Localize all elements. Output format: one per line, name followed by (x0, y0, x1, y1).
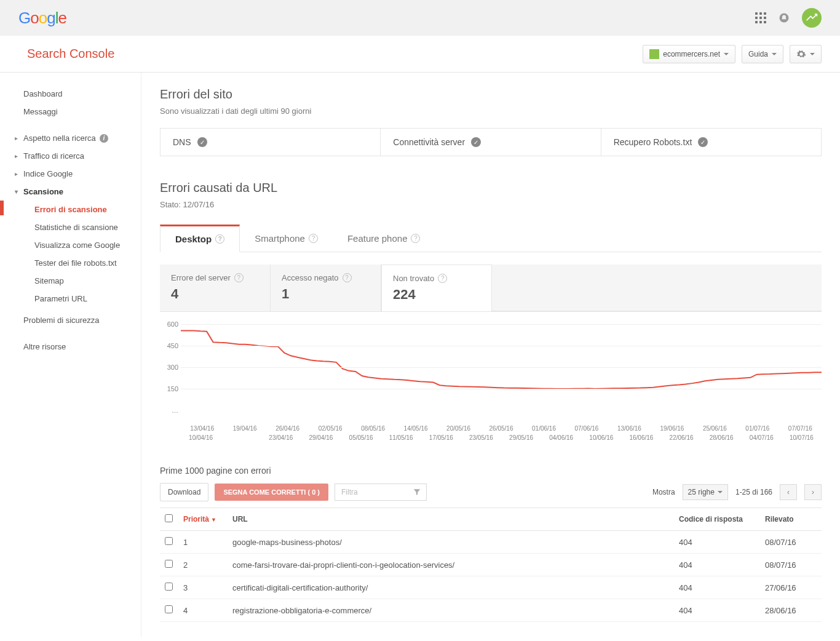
mark-fixed-button[interactable]: SEGNA COME CORRETTI ( 0 ) (215, 484, 328, 501)
sort-caret-icon: ▼ (211, 517, 216, 523)
check-icon: ✓ (698, 137, 708, 147)
sidebar-item-google-index[interactable]: Indice Google (0, 165, 141, 183)
sidebar-item-fetch-as-google[interactable]: Visualizza come Google (0, 236, 141, 254)
check-icon: ✓ (471, 137, 481, 147)
table-row[interactable]: 3certificati-digitali-certification-auth… (160, 576, 822, 599)
site-name: ecommercers.net (663, 50, 720, 58)
sidebar-item-crawl-stats[interactable]: Statistiche di scansione (0, 218, 141, 236)
sidebar-item-url-params[interactable]: Parametri URL (0, 290, 141, 308)
row-checkbox[interactable] (165, 605, 173, 613)
status-card-dns[interactable]: DNS ✓ (160, 129, 381, 156)
bell-icon[interactable] (779, 12, 790, 23)
cell-priority: 2 (178, 554, 228, 576)
col-code[interactable]: Codice di risposta (674, 508, 760, 531)
status-card-connectivity[interactable]: Connettività server ✓ (381, 129, 601, 156)
site-errors-title: Errori del sito (160, 87, 822, 102)
device-tabs: Desktop ? Smartphone ? Feature phone ? (160, 225, 822, 252)
help-icon: ? (343, 273, 352, 282)
col-url[interactable]: URL (228, 508, 674, 531)
cell-code: 404 (674, 531, 760, 554)
sidebar-item-sitemap[interactable]: Sitemap (0, 272, 141, 290)
cell-code: 404 (674, 599, 760, 622)
help-icon: ? (309, 234, 318, 243)
table-toolbar: Download SEGNA COME CORRETTI ( 0 ) Filtr… (160, 483, 822, 501)
select-all-checkbox[interactable] (165, 514, 173, 522)
sidebar-item-crawl[interactable]: Scansione (0, 183, 141, 201)
help-button[interactable]: Guida (742, 45, 783, 63)
rows-per-page[interactable]: 25 righe (683, 484, 728, 500)
chevron-down-icon (724, 53, 729, 55)
cell-url: certificati-digitali-certification-autho… (228, 576, 674, 599)
sidebar-item-messages[interactable]: Messaggi (0, 103, 141, 121)
cell-code: 404 (674, 576, 760, 599)
cell-code: 404 (674, 554, 760, 576)
tab-smartphone[interactable]: Smartphone ? (240, 225, 333, 252)
settings-button[interactable] (790, 45, 822, 63)
cell-priority: 3 (178, 576, 228, 599)
apps-icon[interactable] (755, 12, 766, 23)
chevron-down-icon (810, 53, 815, 55)
sidebar-item-search-appearance[interactable]: Aspetto nella ricerca i (0, 129, 141, 147)
row-checkbox[interactable] (165, 537, 173, 545)
row-checkbox[interactable] (165, 583, 173, 591)
col-detected[interactable]: Rilevato (760, 508, 822, 531)
sidebar-item-dashboard[interactable]: Dashboard (0, 85, 141, 103)
sidebar-item-security[interactable]: Problemi di sicurezza (0, 311, 141, 329)
help-icon: ? (234, 273, 244, 282)
sidebar-item-search-traffic[interactable]: Traffico di ricerca (0, 147, 141, 165)
row-checkbox[interactable] (165, 560, 173, 568)
table-row[interactable]: 2come-farsi-trovare-dai-propri-clienti-c… (160, 554, 822, 576)
chevron-down-icon (772, 53, 777, 55)
sidebar: Dashboard Messaggi Aspetto nella ricerca… (0, 73, 141, 637)
check-icon: ✓ (197, 137, 207, 147)
cell-url: registrazione-obbligatoria-e-commerce/ (228, 599, 674, 622)
gear-icon (796, 49, 806, 59)
next-page-button[interactable]: › (804, 484, 822, 500)
help-icon: ? (215, 234, 224, 244)
cell-detected: 27/06/16 (760, 576, 822, 599)
error-stats: Errore del server? 4 Accesso negato? 1 N… (160, 265, 822, 311)
cell-detected: 08/07/16 (760, 531, 822, 554)
chevron-down-icon (718, 491, 723, 493)
funnel-icon (413, 488, 421, 498)
stat-not-found[interactable]: Non trovato? 224 (381, 265, 492, 311)
cell-priority: 4 (178, 599, 228, 622)
url-errors-title: Errori causati da URL (160, 181, 822, 195)
status-cards: DNS ✓ Connettività server ✓ Recupero Rob… (160, 128, 822, 156)
line-chart: 600450300150… (181, 324, 822, 423)
google-logo: Google (18, 9, 66, 28)
status-card-robots[interactable]: Recupero Robots.txt ✓ (601, 129, 821, 156)
errors-table: Priorità▼ URL Codice di risposta Rilevat… (160, 508, 822, 622)
sidebar-item-robots-tester[interactable]: Tester dei file robots.txt (0, 254, 141, 272)
cell-url: google-maps-business-photos/ (228, 531, 674, 554)
site-selector[interactable]: ecommercers.net (643, 45, 735, 63)
cell-detected: 08/07/16 (760, 554, 822, 576)
user-avatar[interactable] (802, 8, 822, 28)
table-row[interactable]: 4registrazione-obbligatoria-e-commerce/4… (160, 599, 822, 622)
site-errors-subtitle: Sono visualizzati i dati degli ultimi 90… (160, 106, 822, 116)
cell-url: come-farsi-trovare-dai-propri-clienti-co… (228, 554, 674, 576)
tab-desktop[interactable]: Desktop ? (160, 225, 240, 252)
top-bar: Google (0, 0, 840, 36)
sidebar-item-crawl-errors[interactable]: Errori di scansione (0, 201, 141, 218)
prev-page-button[interactable]: ‹ (780, 484, 797, 500)
help-icon: ? (411, 234, 420, 243)
col-priority[interactable]: Priorità▼ (178, 508, 228, 531)
info-icon: i (100, 134, 108, 143)
tab-feature-phone[interactable]: Feature phone ? (333, 225, 435, 252)
table-row[interactable]: 1google-maps-business-photos/40408/07/16 (160, 531, 822, 554)
cell-detected: 28/06/16 (760, 599, 822, 622)
sidebar-item-other[interactable]: Altre risorse (0, 338, 141, 356)
cell-priority: 1 (178, 531, 228, 554)
help-icon: ? (438, 274, 447, 283)
page-info: 1-25 di 166 (735, 488, 772, 496)
stat-access-denied[interactable]: Accesso negato? 1 (271, 265, 381, 311)
filter-input[interactable]: Filtra (335, 484, 427, 501)
url-errors-state: Stato: 12/07/16 (160, 200, 822, 209)
sub-bar: Search Console ecommercers.net Guida (0, 36, 840, 73)
download-button[interactable]: Download (160, 483, 208, 501)
show-label: Mostra (652, 488, 675, 496)
stat-server-error[interactable]: Errore del server? 4 (160, 265, 271, 311)
help-label: Guida (748, 50, 768, 58)
site-favicon (649, 49, 659, 59)
